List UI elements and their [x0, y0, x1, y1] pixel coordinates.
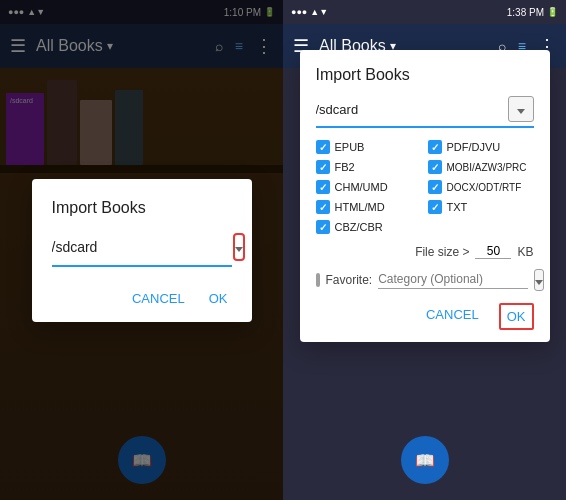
chevron-down-icon-left — [235, 238, 243, 256]
checkboxes-grid: EPUB PDF/DJVU FB2 MOBI/AZW3/PRC CHM/UMD … — [316, 140, 534, 234]
cancel-button-right[interactable]: CANCEL — [422, 303, 483, 330]
filesize-input[interactable] — [475, 244, 511, 259]
check-epub — [319, 141, 327, 153]
path-row-right — [316, 96, 534, 128]
dialog-input-row — [52, 233, 232, 267]
import-dialog-left: Import Books CANCEL OK — [32, 179, 252, 322]
label-cbz: CBZ/CBR — [335, 221, 383, 233]
chevron-down-icon-category — [535, 271, 543, 289]
dialog-overlay-left: Import Books CANCEL OK — [0, 0, 283, 500]
check-cbz — [319, 221, 327, 233]
filesize-label: File size > — [415, 245, 469, 259]
wifi-icon-right: ●●● — [291, 7, 307, 17]
cb-html[interactable] — [316, 200, 330, 214]
check-pdf — [431, 141, 439, 153]
cb-docx[interactable] — [428, 180, 442, 194]
book-icon-right: 📖 — [415, 451, 435, 470]
checkbox-html[interactable]: HTML/MD — [316, 200, 422, 214]
check-chm — [319, 181, 327, 193]
favorite-label: Favorite: — [326, 273, 373, 287]
cb-txt[interactable] — [428, 200, 442, 214]
right-screen: ●●● ▲▼ 1:38 PM 🔋 ☰ All Books ▾ ⌕ ≡ ⋮ Imp… — [283, 0, 566, 500]
left-screen: ●●● ▲▼ 1:10 PM 🔋 ☰ All Books ▾ ⌕ ≡ ⋮ /sd… — [0, 0, 283, 500]
import-dialog-right: Import Books EPUB PDF/DJVU FB2 — [300, 50, 550, 342]
battery-icon-right: 🔋 — [547, 7, 558, 17]
check-fb2 — [319, 161, 327, 173]
check-mobi — [431, 161, 439, 173]
status-right-right: 1:38 PM 🔋 — [507, 7, 558, 18]
checkbox-epub[interactable]: EPUB — [316, 140, 422, 154]
fab-right[interactable]: 📖 — [401, 436, 449, 484]
cancel-button-left[interactable]: CANCEL — [128, 287, 189, 310]
ok-button-left[interactable]: OK — [205, 287, 232, 310]
status-left-right: ●●● ▲▼ — [291, 7, 328, 17]
cb-fb2[interactable] — [316, 160, 330, 174]
dialog-actions-right: CANCEL OK — [316, 303, 534, 330]
status-bar-right: ●●● ▲▼ 1:38 PM 🔋 — [283, 0, 566, 24]
dialog-title-right: Import Books — [316, 66, 534, 84]
path-dropdown-button-right[interactable] — [508, 96, 534, 122]
ok-button-right[interactable]: OK — [499, 303, 534, 330]
label-docx: DOCX/ODT/RTF — [447, 182, 522, 193]
check-docx — [431, 181, 439, 193]
dialog-title-left: Import Books — [52, 199, 232, 217]
checkbox-chm[interactable]: CHM/UMD — [316, 180, 422, 194]
cb-pdf[interactable] — [428, 140, 442, 154]
label-html: HTML/MD — [335, 201, 385, 213]
category-dropdown-button[interactable] — [534, 269, 544, 291]
checkbox-cbz[interactable]: CBZ/CBR — [316, 220, 422, 234]
checkbox-fb2[interactable]: FB2 — [316, 160, 422, 174]
time-right: 1:38 PM — [507, 7, 544, 18]
label-txt: TXT — [447, 201, 468, 213]
favorite-row: Favorite: — [316, 269, 534, 291]
favorite-checkbox[interactable] — [316, 273, 320, 287]
category-input[interactable] — [378, 272, 528, 289]
label-mobi: MOBI/AZW3/PRC — [447, 162, 527, 173]
checkbox-mobi[interactable]: MOBI/AZW3/PRC — [428, 160, 534, 174]
checkbox-pdf[interactable]: PDF/DJVU — [428, 140, 534, 154]
label-chm: CHM/UMD — [335, 181, 388, 193]
path-input-right[interactable] — [316, 102, 504, 117]
cb-chm[interactable] — [316, 180, 330, 194]
label-epub: EPUB — [335, 141, 365, 153]
path-dropdown-button-left[interactable] — [233, 233, 245, 261]
cb-cbz[interactable] — [316, 220, 330, 234]
signal-icon-right: ▲▼ — [310, 7, 328, 17]
path-input-left[interactable] — [52, 239, 227, 255]
checkbox-docx[interactable]: DOCX/ODT/RTF — [428, 180, 534, 194]
cb-epub[interactable] — [316, 140, 330, 154]
check-txt — [431, 201, 439, 213]
chevron-down-icon-right — [517, 100, 525, 118]
check-html — [319, 201, 327, 213]
filesize-unit: KB — [517, 245, 533, 259]
label-pdf: PDF/DJVU — [447, 141, 501, 153]
label-fb2: FB2 — [335, 161, 355, 173]
dialog-actions-left: CANCEL OK — [52, 287, 232, 310]
filesize-row: File size > KB — [316, 244, 534, 259]
cb-mobi[interactable] — [428, 160, 442, 174]
checkbox-txt[interactable]: TXT — [428, 200, 534, 214]
